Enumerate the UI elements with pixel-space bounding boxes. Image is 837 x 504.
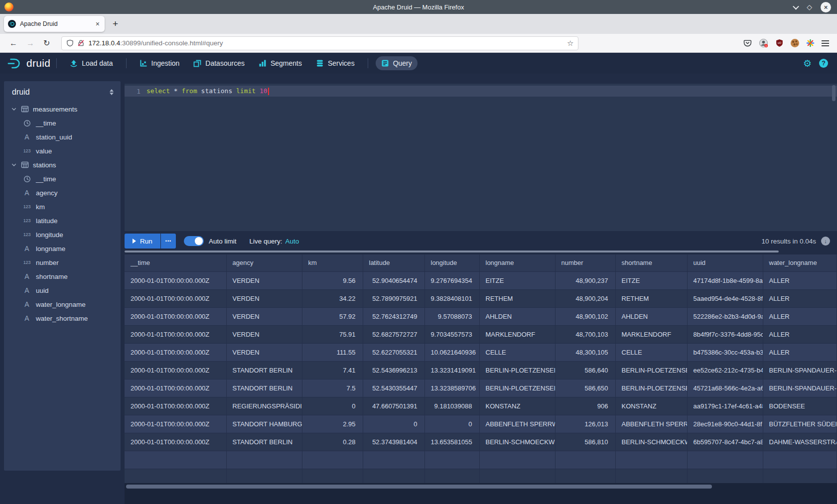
pocket-icon[interactable]	[743, 39, 752, 47]
table-cell[interactable]: MARKLENDORF	[615, 325, 687, 343]
table-cell[interactable]: 9.3828408101	[424, 289, 479, 307]
bookmark-star-icon[interactable]: ☆	[567, 39, 573, 48]
table-cell[interactable]: EITZE	[615, 271, 687, 289]
table-cell[interactable]: 9.181039088	[424, 397, 479, 415]
table-cell[interactable]: ALLER	[763, 271, 837, 289]
table-cell[interactable]: KONSTANZ	[615, 397, 687, 415]
tree-column--time[interactable]: __time	[4, 116, 121, 130]
table-cell[interactable]: 2.95	[302, 415, 363, 433]
back-button[interactable]: ←	[5, 39, 22, 48]
table-cell[interactable]: VERDEN	[226, 289, 302, 307]
tree-column-value[interactable]: 123value	[4, 144, 121, 158]
table-cell[interactable]: VERDEN	[226, 307, 302, 325]
table-cell[interactable]: 0	[302, 397, 363, 415]
table-cell[interactable]: RETHEM	[479, 289, 555, 307]
table-cell[interactable]: BERLIN-SCHMOECKWITZ	[479, 433, 555, 451]
table-cell[interactable]: 5aaed954-de4e-4528-8f	[687, 289, 763, 307]
table-cell[interactable]: ABBENFLETH SPERRWEI	[479, 415, 555, 433]
table-cell[interactable]: STANDORT BERLIN	[226, 433, 302, 451]
profile-account-icon[interactable]: x	[759, 38, 768, 48]
table-cell[interactable]: 0	[363, 415, 424, 433]
tree-column-water-longname[interactable]: Awater_longname	[4, 297, 121, 311]
url-bar[interactable]: 172.18.0.4:30899/unified-console.html#qu…	[61, 36, 578, 50]
table-cell[interactable]: REGIERUNGSPRÄSIDIUM	[226, 397, 302, 415]
table-cell[interactable]: BÜTZFLETHER SÜDERE	[763, 415, 837, 433]
table-cell[interactable]: 0.28	[302, 433, 363, 451]
table-cell[interactable]: 111.55	[302, 343, 363, 361]
table-cell[interactable]: MARKLENDORF	[479, 325, 555, 343]
table-cell[interactable]: 52.6227055321	[363, 343, 424, 361]
table-cell[interactable]: 2000-01-01T00:00:00.000Z	[125, 361, 226, 379]
table-cell[interactable]: AHLDEN	[615, 307, 687, 325]
column-header-number[interactable]: number	[555, 254, 615, 271]
tree-column-shortname[interactable]: Ashortname	[4, 269, 121, 283]
table-cell[interactable]: 2000-01-01T00:00:00.000Z	[125, 415, 226, 433]
table-cell[interactable]: 586,810	[555, 433, 615, 451]
table-cell[interactable]: 586,650	[555, 379, 615, 397]
table-cell[interactable]: 2000-01-01T00:00:00.000Z	[125, 325, 226, 343]
table-cell[interactable]: BERLIN-PLOETZENSEE C	[479, 361, 555, 379]
column-header-km[interactable]: km	[302, 254, 363, 271]
table-cell[interactable]: AHLDEN	[479, 307, 555, 325]
column-header-water-longname[interactable]: water_longname	[763, 254, 837, 271]
tree-column-water-shortname[interactable]: Awater_shortname	[4, 311, 121, 325]
table-cell[interactable]: 7.5	[302, 379, 363, 397]
tree-column-uuid[interactable]: Auuid	[4, 283, 121, 297]
forward-button[interactable]: →	[22, 39, 39, 48]
table-cell[interactable]: BERLIN-SPANDAUER-S	[763, 361, 837, 379]
table-cell[interactable]: 13.653581055	[424, 433, 479, 451]
table-cell[interactable]: VERDEN	[226, 325, 302, 343]
reload-button[interactable]: ↻	[39, 38, 54, 48]
table-cell[interactable]: 586,640	[555, 361, 615, 379]
table-cell[interactable]: CELLE	[615, 343, 687, 361]
pane-splitter[interactable]	[125, 251, 779, 252]
live-query-value[interactable]: Auto	[285, 238, 299, 245]
table-cell[interactable]: 75.91	[302, 325, 363, 343]
table-cell[interactable]: BERLIN-SPANDAUER-S	[763, 379, 837, 397]
table-cell[interactable]: 2000-01-01T00:00:00.000Z	[125, 397, 226, 415]
column-header-longname[interactable]: longname	[479, 254, 555, 271]
table-cell[interactable]: 45721a68-566c-4e2a-a6	[687, 379, 763, 397]
table-cell[interactable]: CELLE	[479, 343, 555, 361]
table-cell[interactable]: ALLER	[763, 343, 837, 361]
tree-column-station-uuid[interactable]: Astation_uuid	[4, 130, 121, 144]
table-cell[interactable]: BERLIN-PLOETZENSEE U	[479, 379, 555, 397]
table-cell[interactable]: RETHEM	[615, 289, 687, 307]
table-cell[interactable]: 48,900,237	[555, 271, 615, 289]
table-cell[interactable]: 522286e2-b2b3-4d0d-9a	[687, 307, 763, 325]
column-header-latitude[interactable]: latitude	[363, 254, 424, 271]
table-cell[interactable]: 52.7890975921	[363, 289, 424, 307]
table-cell[interactable]: 9.2767694354	[424, 271, 479, 289]
table-cell[interactable]: 13.3238589706	[424, 379, 479, 397]
column-header-shortname[interactable]: shortname	[615, 254, 687, 271]
table-cell[interactable]: 7.41	[302, 361, 363, 379]
table-cell[interactable]: 52.3743981404	[363, 433, 424, 451]
table-cell[interactable]: 34.22	[302, 289, 363, 307]
tab-close-icon[interactable]: ×	[95, 20, 101, 28]
tree-column--time[interactable]: __time	[4, 172, 121, 186]
table-cell[interactable]: 126,013	[555, 415, 615, 433]
nav-datasources[interactable]: Datasources	[188, 56, 250, 70]
table-cell[interactable]: BERLIN-PLOETZENSEE U	[615, 379, 687, 397]
editor-scrollbar[interactable]	[832, 85, 836, 101]
browser-tab[interactable]: Apache Druid ×	[4, 16, 105, 32]
table-cell[interactable]: ALLER	[763, 325, 837, 343]
table-cell[interactable]: VERDEN	[226, 271, 302, 289]
table-cell[interactable]: 9.57088073	[424, 307, 479, 325]
table-cell[interactable]: STANDORT BERLIN	[226, 361, 302, 379]
table-cell[interactable]: b475386c-30cc-453a-b3	[687, 343, 763, 361]
run-button[interactable]: Run	[125, 234, 160, 249]
table-cell[interactable]: 48,900,204	[555, 289, 615, 307]
table-cell[interactable]: 47.6607501391	[363, 397, 424, 415]
table-cell[interactable]: 2000-01-01T00:00:00.000Z	[125, 379, 226, 397]
editor-line[interactable]: 1 select * from stations limit 10	[125, 86, 837, 97]
table-cell[interactable]: BERLIN-PLOETZENSEE C	[615, 361, 687, 379]
table-cell[interactable]: 2000-01-01T00:00:00.000Z	[125, 433, 226, 451]
ublock-origin-icon[interactable]: uO	[775, 39, 784, 47]
table-cell[interactable]: ee52ce62-212c-4735-b4	[687, 361, 763, 379]
tree-column-longname[interactable]: Alongname	[4, 242, 121, 255]
table-cell[interactable]: STANDORT HAMBURG	[226, 415, 302, 433]
nav-ingestion[interactable]: Ingestion	[134, 56, 185, 70]
table-cell[interactable]: 52.5436996213	[363, 361, 424, 379]
help-icon[interactable]: ?	[819, 59, 828, 68]
